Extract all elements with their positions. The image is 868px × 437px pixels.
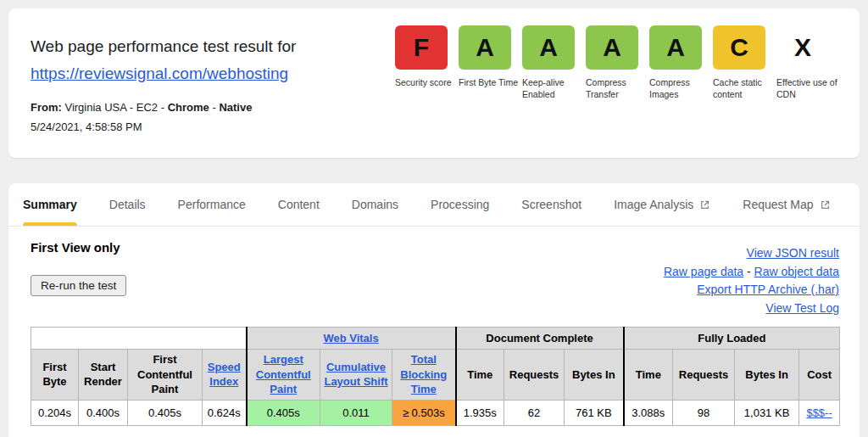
grade-badge-keep-alive[interactable]: A (522, 25, 575, 70)
view-json-link[interactable]: View JSON result (747, 246, 839, 260)
link-separator: - (747, 265, 751, 278)
grade-letter: X (794, 33, 811, 62)
value-start-render: 0.400s (79, 400, 128, 425)
tab-label: Screenshot (521, 198, 581, 211)
tab-domains[interactable]: Domains (352, 183, 398, 226)
cost-link[interactable]: $$$-- (806, 406, 832, 419)
results-card: Summary Details Performance Content Doma… (8, 183, 860, 437)
col-lcp-link[interactable]: Largest Contentful Paint (247, 350, 320, 401)
grade-keep-alive: A Keep-alive Enabled (522, 25, 586, 100)
table-data-row: 0.204s 0.400s 0.405s 0.624s 0.405s 0.011… (31, 400, 840, 425)
location-text: Virginia USA - EC2 (64, 101, 158, 114)
export-har-link[interactable]: Export HTTP Archive (.har) (697, 283, 839, 296)
grade-badge-cdn[interactable]: X (776, 25, 829, 70)
result-links: View JSON result Raw page data - Raw obj… (664, 244, 839, 317)
metrics-table: Web Vitals Document Complete Fully Loade… (31, 327, 840, 426)
tab-summary[interactable]: Summary (23, 183, 77, 226)
grade-letter: C (730, 33, 748, 62)
tab-content[interactable]: Content (278, 183, 320, 226)
value-cls: 0.011 (320, 400, 392, 425)
col-start-render: Start Render (79, 350, 128, 401)
tab-label: Processing (431, 198, 489, 211)
grade-label: Cache static content (713, 77, 774, 100)
grade-label: Effective use of CDN (776, 77, 837, 100)
value-fl-time: 3.088s (624, 400, 673, 425)
tab-image-analysis[interactable]: Image Analysis (614, 183, 710, 226)
value-first-contentful-paint: 0.405s (128, 400, 203, 425)
value-first-byte: 0.204s (31, 400, 79, 425)
tab-screenshot[interactable]: Screenshot (521, 183, 581, 226)
grade-badge-cache-static[interactable]: C (713, 25, 765, 70)
value-dc-requests: 62 (504, 400, 565, 425)
grade-first-byte: A First Byte Time (459, 25, 522, 100)
col-fl-requests: Requests (673, 350, 735, 401)
view-test-log-link[interactable]: View Test Log (765, 301, 839, 315)
value-tbt: ≥ 0.503s (392, 400, 456, 425)
value-cost: $$$-- (799, 400, 840, 425)
browser-text: Chrome (168, 101, 209, 114)
grade-compress-transfer: A Compress Transfer (586, 25, 649, 100)
table-column-header-row: First Byte Start Render First Contentful… (31, 350, 840, 401)
grade-badge-first-byte[interactable]: A (459, 25, 511, 70)
tab-label: Details (109, 198, 146, 211)
grade-letter: F (414, 33, 429, 62)
col-dc-bytes: Bytes In (565, 350, 624, 401)
tab-details[interactable]: Details (109, 183, 146, 226)
value-dc-time: 1.935s (456, 400, 504, 425)
tab-performance[interactable]: Performance (178, 183, 246, 226)
grade-badge-security[interactable]: F (395, 25, 448, 70)
separator: - (161, 101, 164, 114)
from-label: From: (31, 101, 62, 114)
grade-letter: A (539, 33, 558, 62)
table-group-header-row: Web Vitals Document Complete Fully Loade… (31, 328, 840, 350)
grade-security: F Security score (395, 25, 459, 100)
web-vitals-group-link[interactable]: Web Vitals (247, 328, 456, 350)
value-speed-index: 0.624s (203, 400, 247, 425)
value-lcp: 0.405s (247, 400, 320, 425)
col-cost: Cost (799, 350, 840, 401)
tab-label: Image Analysis (614, 198, 693, 211)
value-dc-bytes: 761 KB (565, 400, 624, 425)
col-dc-time: Time (456, 350, 504, 401)
grade-letter: A (603, 33, 621, 62)
grade-label: Compress Images (649, 77, 710, 100)
tab-processing[interactable]: Processing (431, 183, 489, 226)
col-fl-bytes: Bytes In (735, 350, 799, 401)
grade-label: Keep-alive Enabled (522, 77, 583, 100)
col-tbt-link[interactable]: Total Blocking Time (392, 350, 456, 401)
tab-label: Summary (23, 198, 77, 211)
grade-badge-compress-transfer[interactable]: A (586, 25, 638, 70)
col-first-byte: First Byte (31, 350, 79, 401)
tab-label: Performance (178, 198, 246, 211)
test-info-card: Web page performance test result for htt… (8, 8, 860, 158)
test-location-line: From: Virginia USA - EC2 - Chrome - Nati… (31, 101, 296, 114)
col-first-contentful-paint: First Contentful Paint (128, 350, 203, 401)
grade-compress-images: A Compress Images (649, 25, 713, 100)
separator: - (212, 101, 215, 114)
tested-url-link[interactable]: https://reviewsignal.com/webhosting (31, 64, 288, 83)
test-info: Web page performance test result for htt… (31, 37, 296, 133)
active-tab-underline (23, 222, 77, 226)
col-cls-link[interactable]: Cumulative Layout Shift (320, 350, 392, 401)
col-fl-time: Time (624, 350, 673, 401)
group-spacer (31, 328, 247, 350)
tab-label: Request Map (743, 198, 813, 211)
page-title: Web page performance test result for (31, 37, 296, 56)
tab-label: Domains (352, 198, 398, 211)
grade-letter: A (666, 33, 685, 62)
grade-label: First Byte Time (459, 77, 520, 89)
raw-object-data-link[interactable]: Raw object data (754, 265, 839, 278)
document-complete-group: Document Complete (456, 328, 624, 350)
col-speed-index-link[interactable]: Speed Index (203, 350, 247, 401)
rerun-test-button[interactable]: Re-run the test (31, 275, 126, 296)
tab-bar: Summary Details Performance Content Doma… (8, 183, 860, 227)
raw-page-data-link[interactable]: Raw page data (664, 265, 743, 278)
external-link-icon (699, 199, 710, 210)
grade-label: Compress Transfer (586, 77, 647, 100)
grade-badge-compress-images[interactable]: A (649, 25, 702, 70)
grade-label: Security score (395, 77, 456, 89)
col-dc-requests: Requests (504, 350, 565, 401)
tab-request-map[interactable]: Request Map (743, 183, 830, 226)
fully-loaded-group: Fully Loaded (624, 328, 840, 350)
test-datetime: 5/24/2021, 4:58:58 PM (31, 120, 296, 133)
